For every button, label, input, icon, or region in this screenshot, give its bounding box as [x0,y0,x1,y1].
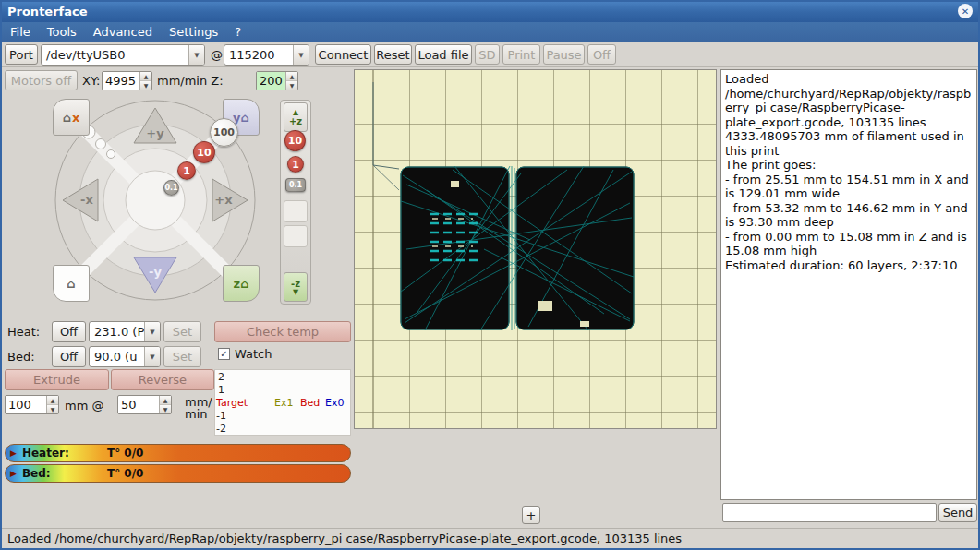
z-step-cell[interactable] [284,200,308,222]
load-file-button[interactable]: Load file [415,44,472,65]
z-minus-button[interactable]: -z ▼ [284,272,308,302]
heat-set-button[interactable]: Set [163,321,201,342]
reverse-button[interactable]: Reverse [111,369,214,390]
jog-step-dot[interactable] [107,150,115,159]
bed-gauge: ▶ Bed: T° 0/0 [5,464,351,483]
heater-gauge-label: Heater: [22,447,69,460]
chevron-down-icon[interactable]: ▼ [144,347,160,366]
graph-tick: 2 [218,371,224,383]
z-feed-input[interactable] [257,72,285,90]
z-minus-label: -z [291,279,300,289]
xy-step-100-badge[interactable]: 100 [210,118,238,147]
home-all-button[interactable]: ⌂ [53,265,90,302]
spin-up-icon[interactable]: ▲ [140,72,151,81]
bed-temp-select[interactable]: 90.0 (u ▼ [89,346,161,367]
z-feed-spinner[interactable]: ▲ ▼ [256,71,298,90]
pause-button[interactable]: Pause [543,44,585,65]
menu-settings[interactable]: Settings [161,23,226,41]
z-step-1-badge[interactable]: 1 [287,156,304,173]
connection-toolbar: Port /dev/ttyUSB0 ▼ @ 115200 ▼ Connect R… [0,42,980,67]
graph-legend-ex0: Ex0 [325,397,344,409]
close-button[interactable]: ✕ [958,4,973,18]
bed-gauge-value: T° 0/0 [107,467,143,480]
motors-off-button[interactable]: Motors off [5,70,78,90]
spin-up-icon[interactable]: ▲ [160,396,171,405]
send-button[interactable]: Send [938,503,977,522]
z-step-10-badge[interactable]: 10 [284,130,306,151]
bed-off-button[interactable]: Off [52,346,86,367]
z-step-cell[interactable] [284,225,308,247]
spin-buttons: ▲ ▼ [139,72,151,90]
port-value: /dev/ttyUSB0 [42,48,188,62]
port-button[interactable]: Port [5,44,38,65]
home-z-button[interactable]: z⌂ [223,265,260,302]
menu-help[interactable]: ? [226,23,249,41]
jog-center[interactable] [126,171,185,230]
z-step-0-1-badge[interactable]: 0.1 [285,178,306,192]
arrow-up-icon: ▲ [293,109,298,116]
arrow-down-icon: ▼ [293,289,298,296]
chevron-down-icon[interactable]: ▼ [188,45,204,65]
xy-step-0-1-badge[interactable]: 0.1 [163,180,179,196]
xy-step-1-badge[interactable]: 1 [177,161,196,180]
gcode-command-input[interactable] [722,503,937,522]
jog-step-dot[interactable] [96,139,106,149]
home-icon: ⌂ [63,111,71,125]
check-icon: ✓ [220,349,227,359]
sd-button[interactable]: SD [475,44,500,65]
spin-down-icon[interactable]: ▼ [47,405,58,413]
spin-down-icon[interactable]: ▼ [286,81,297,90]
chevron-down-icon[interactable]: ▼ [293,45,309,65]
check-temp-button[interactable]: Check temp [214,321,351,342]
off-button[interactable]: Off [587,44,616,65]
chevron-down-icon[interactable]: ▼ [144,322,160,341]
xy-step-10-badge[interactable]: 10 [193,141,215,163]
reset-button[interactable]: Reset [374,44,412,65]
connect-button[interactable]: Connect [315,44,371,65]
jog-minus-x-label: -x [80,193,93,207]
extrude-button[interactable]: Extrude [5,369,109,390]
graph-legend-ex1: Ex1 [274,397,293,409]
left-plate [401,167,509,329]
heater-gauge: ▶ Heater: T° 0/0 [5,444,351,462]
bed-temp-value: 90.0 (u [90,350,144,364]
gauge-marker-icon: ▶ [10,469,17,478]
graph-tick: -1 [216,410,226,422]
spin-up-icon[interactable]: ▲ [286,72,297,81]
menu-file[interactable]: File [2,23,39,41]
extrude-speed-unit: min [185,407,208,421]
extrude-speed-spinner[interactable]: ▲ ▼ [117,395,172,414]
spin-down-icon[interactable]: ▼ [160,405,171,413]
extrude-speed-input[interactable] [118,396,159,413]
gauge-marker-icon: ▶ [10,448,17,458]
log-output[interactable]: Loaded /home/churchyard/RepRap/objekty/r… [720,69,977,500]
extrude-length-unit: mm @ [65,399,103,412]
extrude-length-spinner[interactable]: ▲ ▼ [5,395,59,414]
heat-temp-select[interactable]: 231.0 (P ▼ [89,321,161,342]
home-z-label: z [234,277,241,291]
extrude-length-input[interactable] [6,396,46,413]
z-feed-label: mm/min Z: [157,74,224,88]
watch-checkbox[interactable]: ✓ Watch [218,347,272,361]
spin-down-icon[interactable]: ▼ [140,81,151,90]
menu-tools[interactable]: Tools [39,23,85,41]
graph-tick: -2 [216,423,226,435]
zoom-in-button[interactable]: + [522,506,540,524]
heat-off-button[interactable]: Off [52,321,86,342]
bed-set-button[interactable]: Set [163,346,201,367]
xy-feed-spinner[interactable]: ▲ ▼ [102,71,152,90]
home-icon: ⌂ [67,277,75,291]
xy-feed-input[interactable] [103,72,139,90]
heat-label: Heat: [7,325,40,339]
menu-advanced[interactable]: Advanced [85,23,161,41]
watch-label: Watch [235,347,272,361]
spin-up-icon[interactable]: ▲ [47,396,58,405]
spin-buttons: ▲ ▼ [159,396,171,413]
home-x-button[interactable]: ⌂x [53,99,90,136]
baud-select[interactable]: 115200 ▼ [224,44,309,66]
status-text: Loaded /home/churchyard/RepRap/objekty/r… [7,532,682,545]
gcode-viewer[interactable] [354,69,717,429]
port-select[interactable]: /dev/ttyUSB0 ▼ [41,44,205,66]
z-plus-button[interactable]: ▲ +z [284,102,308,132]
print-button[interactable]: Print [502,44,540,65]
